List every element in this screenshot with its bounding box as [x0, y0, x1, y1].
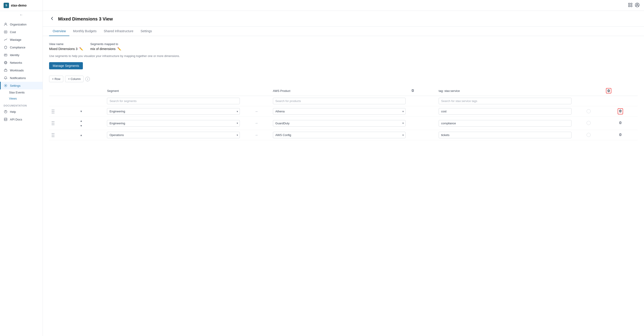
sidebar-item-workloads-label: Workloads	[10, 69, 24, 72]
settings-icon	[4, 84, 8, 88]
sidebar-item-identity[interactable]: Identity	[0, 51, 42, 59]
sidebar-sub-item-stax-events[interactable]: Stax Events	[0, 90, 42, 96]
svg-rect-10	[631, 3, 632, 4]
tag-value-row1[interactable]	[439, 108, 572, 115]
segments-mapped-label: Segments mapped to	[90, 42, 121, 46]
move-up-button-row3[interactable]: ▴	[80, 133, 83, 137]
th-trash	[408, 86, 436, 96]
tag-circle-button-row1[interactable]	[586, 109, 591, 113]
column-trash-icon[interactable]	[411, 90, 414, 93]
tab-monthly-budgets[interactable]: Monthly Budgets	[69, 26, 100, 36]
move-up-button-row2[interactable]: ▴	[80, 118, 83, 123]
sidebar-item-compliance[interactable]: Compliance	[0, 44, 42, 51]
sidebar-item-help-label: Help	[10, 110, 16, 114]
drag-handle-row2[interactable]	[52, 121, 74, 125]
tag-circle-button-row2[interactable]	[586, 121, 591, 125]
view-name-group: View name Mixed Dimensions 3 ✏️	[49, 42, 83, 51]
info-circle-icon: i	[85, 77, 90, 81]
product-select-row1[interactable]: Athena GuardDuty AWS Config	[273, 108, 406, 115]
move-down-button-row2[interactable]: ▾	[80, 124, 83, 128]
app-name: stax-demo	[11, 4, 26, 7]
cost-icon	[4, 30, 8, 34]
sidebar-item-notifications[interactable]: Notifications	[0, 74, 42, 82]
product-select-row2[interactable]: GuardDuty Athena AWS Config	[273, 120, 406, 126]
table-row: ▴ Operations Engineering →	[49, 130, 638, 140]
tag-value-row3[interactable]	[439, 132, 572, 138]
row2-arrow-icon: →	[254, 121, 258, 125]
app-icon: S	[4, 3, 9, 8]
product-select-row3[interactable]: AWS Config Athena GuardDuty	[273, 132, 406, 138]
sidebar-header: S stax-demo	[0, 0, 42, 11]
th-arrows	[77, 86, 104, 96]
th-arrow	[242, 86, 270, 96]
tabs-bar: Overview Monthly Budgets Shared Infrastr…	[43, 26, 644, 36]
tag-value-row2[interactable]	[439, 120, 572, 126]
sidebar-item-api-docs-label: API Docs	[10, 118, 22, 121]
add-column-button[interactable]: + Column	[65, 76, 84, 82]
networks-icon	[4, 60, 8, 65]
sidebar-item-settings-label: Settings	[10, 84, 20, 88]
move-down-button-row1[interactable]: ▾	[80, 109, 83, 114]
sidebar-item-api-docs[interactable]: API Docs	[0, 116, 42, 123]
sidebar-item-cost[interactable]: Cost	[0, 28, 42, 36]
th-tag-circle	[574, 86, 603, 96]
row1-delete-button[interactable]	[618, 108, 623, 114]
drag-handle-row1[interactable]	[52, 110, 74, 114]
sidebar-item-settings[interactable]: Settings	[0, 82, 42, 90]
user-profile-icon[interactable]	[635, 3, 640, 8]
data-table: Segment AWS Product tag: stax:service	[49, 86, 638, 140]
tab-overview[interactable]: Overview	[49, 26, 69, 36]
tag-circle-button-row3[interactable]	[586, 133, 591, 137]
add-row-button[interactable]: + Row	[49, 76, 63, 82]
row3-arrow-icon: →	[254, 133, 258, 137]
sidebar-item-organization[interactable]: Organization	[0, 20, 42, 28]
info-text: Use segments to help you visualize your …	[49, 54, 638, 58]
row2-delete-button[interactable]	[618, 120, 623, 126]
svg-rect-2	[4, 54, 7, 56]
topbar	[43, 0, 644, 11]
segment-select-row1[interactable]: Engineering Operations	[107, 108, 240, 115]
segment-search-input[interactable]	[107, 98, 240, 104]
sidebar-item-help[interactable]: Help	[0, 108, 42, 116]
segments-mapped-value: mix of dimensions	[90, 47, 116, 51]
segment-select-row2[interactable]: Engineering Operations	[107, 120, 240, 126]
tag-column-delete-button[interactable]	[606, 88, 611, 94]
sidebar-item-workloads[interactable]: Workloads	[0, 66, 42, 74]
org-icon	[4, 22, 8, 26]
view-name-edit-icon[interactable]: ✏️	[79, 47, 83, 51]
sidebar-collapse-button[interactable]: ←	[0, 11, 42, 19]
workloads-icon	[4, 68, 8, 72]
th-tag: tag: stax:service	[436, 86, 574, 96]
segments-mapped-edit-icon[interactable]: ✏️	[117, 47, 121, 51]
product-search-input[interactable]	[273, 98, 406, 104]
compliance-icon	[4, 45, 8, 49]
svg-point-14	[636, 4, 638, 5]
sidebar-item-identity-label: Identity	[10, 53, 19, 57]
drag-handle-row3[interactable]	[52, 133, 74, 137]
segments-mapped-group: Segments mapped to mix of dimensions ✏️	[90, 42, 121, 51]
svg-rect-4	[4, 70, 7, 72]
view-name-value-row: Mixed Dimensions 3 ✏️	[49, 47, 83, 51]
doc-section-label: DOCUMENTATION	[0, 102, 42, 108]
tab-shared-infrastructure[interactable]: Shared Infrastructure	[100, 26, 137, 36]
row3-delete-button[interactable]	[618, 132, 623, 138]
grid-view-icon[interactable]	[628, 3, 632, 8]
sidebar-item-wastage[interactable]: Wastage	[0, 36, 42, 44]
view-name-label: View name	[49, 42, 83, 46]
tab-settings[interactable]: Settings	[137, 26, 156, 36]
manage-segments-button[interactable]: Manage Segments	[49, 62, 83, 69]
view-name-value: Mixed Dimensions 3	[49, 47, 78, 51]
sidebar: S stax-demo ← Organization Cost Wastage	[0, 0, 43, 336]
form-row: View name Mixed Dimensions 3 ✏️ Segments…	[49, 42, 638, 51]
tag-search-input[interactable]	[439, 98, 572, 104]
app-icon-letter: S	[6, 4, 7, 7]
back-button[interactable]	[49, 15, 56, 23]
segment-select-row3[interactable]: Operations Engineering	[107, 132, 240, 138]
sidebar-sub-item-views[interactable]: Views	[0, 96, 42, 102]
sidebar-item-cost-label: Cost	[10, 30, 16, 34]
sidebar-item-networks[interactable]: Networks	[0, 59, 42, 66]
th-segment: Segment	[104, 86, 242, 96]
identity-icon	[4, 53, 8, 57]
sidebar-item-notifications-label: Notifications	[10, 76, 26, 80]
th-tag-trash	[603, 86, 638, 96]
